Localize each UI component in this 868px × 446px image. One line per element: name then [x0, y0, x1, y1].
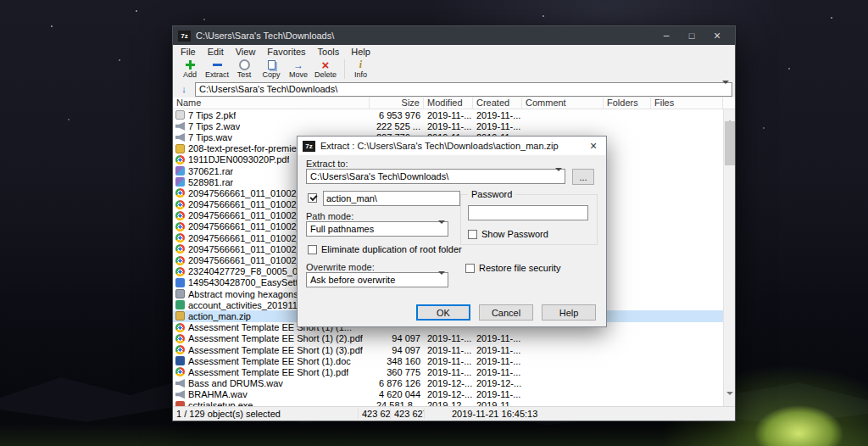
address-history-button[interactable] — [175, 82, 192, 96]
rar-file-icon — [175, 177, 185, 187]
file-row[interactable]: 7 Tips 2.pkf 6 953 976 2019-11-... 2019-… — [173, 109, 723, 120]
file-created: 2019-11-... — [473, 110, 522, 120]
wav-file-icon — [175, 379, 185, 388]
chrome-file-icon — [175, 267, 185, 276]
video-file-icon — [175, 289, 185, 298]
file-row[interactable]: Assessment Template EE Short (1).doc 348… — [173, 355, 723, 366]
toolbar-button[interactable]: Delete — [312, 59, 339, 79]
exe-file-icon — [175, 401, 185, 406]
toolbar-button[interactable]: Extract — [203, 59, 231, 79]
address-dropdown-button[interactable] — [719, 83, 732, 96]
file-row[interactable]: Assessment Template EE Short (1).pdf 360… — [173, 366, 723, 377]
path-mode-dropdown[interactable] — [435, 222, 448, 236]
chevron-down-icon — [722, 84, 729, 94]
file-name: 7 Tips 2.wav — [188, 121, 240, 131]
restore-security-checkbox[interactable] — [465, 264, 475, 273]
file-row[interactable]: cctrialsetup.exe 24 581 8... 2019-12-...… — [173, 400, 723, 406]
file-size: 348 160 — [370, 356, 424, 366]
subfolder-checkbox-row — [308, 193, 317, 203]
dialog-titlebar[interactable]: Extract : C:\Users\Sara's Tech\Downloads… — [298, 137, 606, 155]
menu-item[interactable]: Favorites — [261, 47, 311, 57]
close-button[interactable] — [704, 26, 730, 45]
status-timestamp: 2019-11-21 16:45:13 — [424, 409, 735, 419]
column-header[interactable]: Comment — [522, 98, 604, 109]
delete-x-icon — [319, 59, 332, 70]
extract-minus-icon — [210, 59, 224, 70]
toolbar-button[interactable]: Info — [344, 59, 371, 79]
column-header[interactable]: Modified — [424, 98, 473, 109]
file-size: 222 525 ... — [370, 121, 424, 131]
column-header[interactable]: Size — [370, 98, 424, 109]
titlebar[interactable]: C:\Users\Sara's Tech\Downloads\ — [173, 26, 735, 45]
subfolder-input[interactable] — [323, 191, 460, 206]
app-file-icon — [175, 278, 185, 287]
overwrite-mode-dropdown[interactable] — [435, 273, 448, 287]
file-row[interactable]: Assessment Template EE Short (1) (3).pdf… — [173, 344, 723, 355]
file-created: 2019-11-... — [473, 400, 522, 406]
vertical-scrollbar[interactable] — [723, 109, 735, 406]
file-modified: 2019-12-... — [424, 400, 473, 406]
file-name: account_activities_201911.csv — [188, 300, 314, 310]
file-name: Assessment Template EE Short (1).pdf — [188, 367, 348, 377]
overwrite-mode-combo[interactable]: Ask before overwrite — [306, 272, 448, 287]
show-password-checkbox[interactable] — [468, 230, 477, 239]
path-mode-combo[interactable]: Full pathnames — [306, 221, 448, 237]
toolbar: Add Extract Test Copy Move Delete Info — [173, 59, 735, 81]
column-header[interactable]: Created — [473, 98, 522, 109]
toolbar-button[interactable]: Copy — [258, 59, 285, 79]
copy-pages-icon — [264, 59, 278, 70]
file-row[interactable]: Assessment Template EE Short (1) (2).pdf… — [173, 333, 723, 344]
menu-item[interactable]: Help — [345, 47, 376, 57]
column-header[interactable]: Folders — [604, 98, 651, 109]
toolbar-button[interactable]: Add — [176, 59, 203, 79]
extract-dialog: Extract : C:\Users\Sara's Tech\Downloads… — [297, 136, 607, 327]
toolbar-button-label: Extract — [205, 70, 229, 79]
toolbar-button[interactable]: Move — [285, 59, 312, 79]
7zip-app-icon — [178, 31, 191, 42]
menu-item[interactable]: Edit — [202, 47, 230, 57]
chrome-file-icon — [175, 323, 185, 332]
file-size: 6 876 126 — [370, 378, 424, 388]
extract-to-combo[interactable]: C:\Users\Sara's Tech\Downloads\ — [306, 169, 565, 184]
file-modified: 2019-11-... — [424, 345, 473, 355]
password-input[interactable] — [468, 205, 588, 220]
column-header[interactable]: Name — [173, 98, 370, 109]
address-combo[interactable]: C:\Users\Sara's Tech\Downloads\ — [195, 82, 732, 97]
file-row[interactable]: BRAHMA.wav 4 620 044 2019-12-... 2019-11… — [173, 389, 723, 400]
scroll-down-icon — [726, 395, 733, 405]
status-bar: 1 / 129 object(s) selected 423 627 423 6… — [173, 406, 735, 421]
move-arrow-icon — [292, 59, 305, 70]
scroll-up-button[interactable] — [724, 109, 735, 121]
chevron-down-icon — [555, 171, 562, 181]
extract-to-dropdown[interactable] — [552, 170, 565, 183]
toolbar-button[interactable]: Test — [231, 59, 258, 79]
cancel-button[interactable]: Cancel — [479, 304, 533, 321]
menu-item[interactable]: Tools — [312, 47, 346, 57]
browse-button[interactable]: ... — [572, 169, 594, 185]
maximize-button[interactable] — [679, 26, 704, 45]
minimize-button[interactable] — [654, 26, 679, 45]
chrome-file-icon — [175, 244, 185, 254]
desktop: C:\Users\Sara's Tech\Downloads\ File Edi… — [0, 0, 868, 446]
menu-item[interactable]: File — [175, 47, 202, 57]
dialog-close-button[interactable] — [581, 137, 606, 155]
file-created: 2019-11-... — [473, 345, 522, 355]
password-group: Password Show Password — [460, 194, 598, 245]
address-bar: C:\Users\Sara's Tech\Downloads\ — [173, 81, 735, 98]
test-gauge-icon — [237, 59, 251, 70]
subfolder-checkbox[interactable] — [308, 193, 317, 203]
scrollbar-thumb[interactable] — [725, 121, 735, 165]
scroll-down-button[interactable] — [724, 394, 735, 406]
chrome-file-icon — [175, 334, 185, 343]
file-row[interactable]: Bass and DRUMS.wav 6 876 126 2019-12-...… — [173, 378, 723, 389]
ok-button[interactable]: OK — [416, 304, 470, 321]
menu-item[interactable]: View — [230, 47, 262, 57]
file-modified: 2019-11-... — [424, 367, 473, 377]
file-row[interactable]: 7 Tips 2.wav 222 525 ... 2019-11-... 201… — [173, 120, 723, 131]
eliminate-duplication-checkbox[interactable] — [308, 245, 317, 254]
help-button[interactable]: Help — [542, 304, 596, 321]
file-name: Assessment Template EE Short (1).doc — [188, 356, 351, 366]
chrome-file-icon — [175, 345, 185, 354]
column-header[interactable]: Files — [651, 98, 723, 109]
chrome-file-icon — [175, 367, 185, 376]
